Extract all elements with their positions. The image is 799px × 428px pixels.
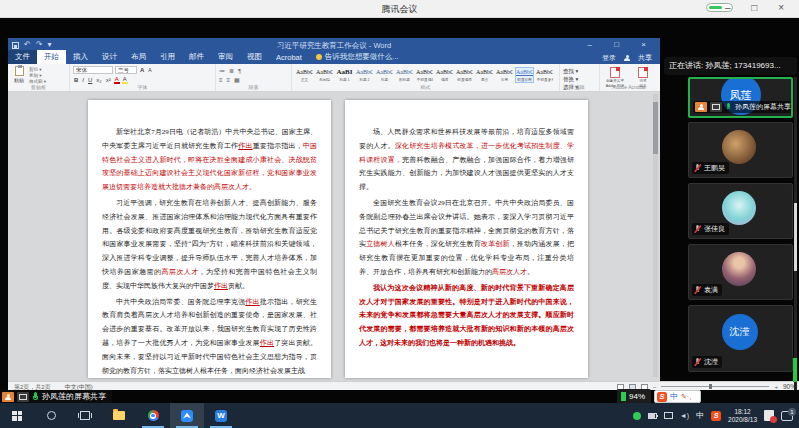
action-center-icon[interactable]: 1 [781,411,793,421]
style-明显引用[interactable]: AaBbCcD明显引用 [515,67,534,83]
qat-chevron-down-icon[interactable]: ▾ [47,40,51,50]
tab-引用[interactable]: 引用 [153,50,182,64]
style-不明显参考[interactable]: AaBbCcDc不明显参考 [535,67,554,83]
start-button[interactable] [0,403,34,428]
tencent-meeting-button[interactable] [170,403,204,428]
mic-on-icon [32,392,39,402]
style-引用[interactable]: AaBbCcD引用 [495,67,514,83]
quick-access-toolbar[interactable]: ↶ ↷ ▾ [12,40,51,50]
wps-button[interactable]: W [204,403,238,428]
document-canvas[interactable]: 新华社北京7月29日电（记者胡浩）中共中央总书记、国家主席、中央军委主席习近平近… [8,92,660,381]
style-sample: AaBbC [356,68,373,77]
tray-ime-indicator[interactable]: 中 [696,410,704,421]
tell-me-box[interactable]: 告诉我您想要做什么... [309,50,406,64]
font-button-2[interactable]: U [87,77,93,83]
meeting-window-controls[interactable]: – □ × [725,2,793,13]
paragraph-button-2[interactable]: ¶ [238,68,241,74]
font-name-select[interactable]: 宋体 [73,66,113,74]
participant-tile-张佳良[interactable]: 张佳良 [688,183,793,239]
shrink-font-button[interactable]: A [147,67,152,73]
font-button-4[interactable]: x² [105,77,112,83]
task-view-button[interactable] [68,403,102,428]
tab-Acrobat[interactable]: Acrobat [269,51,309,64]
document-page-2[interactable]: 场、人民群众需求和世界科技发展等最前沿，培育适应多领域需要的人才。深化研究生培养… [345,100,588,378]
participant-tile-王鹏昊[interactable]: 王鹏昊 [688,122,793,178]
paragraph-button-0[interactable]: ≔ [219,68,225,74]
editing-查找[interactable]: 查找 ▾ [563,68,596,75]
pdf-icon [610,67,620,78]
tray-sogou-icon[interactable]: S [711,411,721,421]
ime-mode-indicator[interactable]: 中 [670,391,678,402]
style-标题[interactable]: AaBbC标题 [375,67,394,83]
tab-设计[interactable]: 设计 [95,50,124,64]
font-button-6[interactable]: A [122,76,128,84]
font-button-3[interactable]: x₂ [95,77,102,83]
scrollbar-thumb[interactable] [653,102,658,154]
save-icon[interactable] [12,42,19,49]
alignment-button-0[interactable]: ≡ [219,77,223,83]
tray-volume-icon[interactable]: ◄) [680,412,689,419]
share-button[interactable]: 共享 [638,53,652,63]
tab-邮件[interactable]: 邮件 [182,50,211,64]
tab-视图[interactable]: 视图 [240,50,269,64]
zoom-slider[interactable] [661,386,769,387]
search-button[interactable] [34,403,68,428]
style-sample: AaBbCcDc [536,68,553,77]
font-button-1[interactable]: I [81,77,85,83]
sogou-logo-icon[interactable]: S [657,392,667,402]
clipboard-剪切[interactable]: 剪切 ▾ [29,67,46,72]
document-page-1[interactable]: 新华社北京7月29日电（记者胡浩）中共中央总书记、国家主席、中央军委主席习近平近… [88,100,331,378]
font-size-select[interactable]: 三号 [115,66,137,74]
document-scrollbar[interactable] [653,94,658,377]
style-要点[interactable]: AaBbCcD要点 [475,67,494,83]
sidebar-scrollbar[interactable] [794,77,797,390]
font-button-5[interactable]: A [114,76,120,84]
alignment-button-2[interactable]: ▦ [234,77,240,83]
tab-布局[interactable]: 布局 [124,50,153,64]
style-强调[interactable]: AaBbCcD强调 [435,67,454,83]
editing-替换[interactable]: 替换 ▾ [563,76,596,83]
style-标题 2[interactable]: AaBbC标题 2 [355,67,374,83]
chrome-button[interactable] [136,403,170,428]
alignment-button-1[interactable]: ≡ [227,77,231,83]
style-正文[interactable]: AaBbCcD正文 [295,67,314,83]
tab-文件[interactable]: 文件 [8,50,37,64]
participant-tile-袁满[interactable]: 袁满 [688,244,793,300]
paste-button[interactable]: 粘贴 [11,66,27,83]
tray-app-icon[interactable] [633,412,641,420]
zoom-out-button[interactable]: − [653,384,657,390]
participant-tile-孙凤莲的屏幕共享[interactable]: 凤莲孙凤莲的屏幕共享 [688,77,793,118]
paragraph-button-1[interactable]: ≣ [229,68,234,74]
participant-tile-沈滢[interactable]: 沈滢沈滢 [688,305,793,372]
ime-pen-icon[interactable]: ✎·, [681,393,691,401]
undo-icon[interactable]: ↶ [24,40,31,50]
style-label: 不明显参考 [537,77,552,82]
style-无间隔[interactable]: AaBbCcD无间隔 [315,67,334,83]
text-run: 高层次人才 [161,268,198,276]
style-标题 1[interactable]: AaBI标题 1 [335,67,354,83]
minimize-maximize-close-icons[interactable]: – □ × [725,2,793,13]
style-副标题[interactable]: AaBbC副标题 [395,67,414,83]
sidebar-scrollbar-thumb[interactable] [794,203,797,271]
font-button-0[interactable]: B [73,77,79,83]
tray-battery-icon[interactable] [648,413,657,419]
zoom-in-button[interactable]: + [774,384,778,390]
style-明显强调[interactable]: AaBbCcD明显强调 [455,67,474,83]
tray-display-icon[interactable] [664,412,673,419]
grow-font-button[interactable]: A [139,67,145,73]
taskbar-clock[interactable]: 18:12 2020/8/13 [728,408,757,423]
redo-icon[interactable]: ↷ [36,40,43,50]
clipboard-复制[interactable]: 复制 ▾ [29,73,46,78]
tab-审阅[interactable]: 审阅 [211,50,240,64]
zoom-slider-thumb[interactable] [709,384,712,389]
screen: 腾讯会议 – □ × ↶ ↷ ▾ 习近平研究生教育工作会议 - Word – □… [0,0,799,428]
tab-插入[interactable]: 插入 [66,50,95,64]
sogou-input-bar[interactable]: S 中 ✎·, [654,390,701,403]
notification-icon[interactable] [764,410,774,421]
word-window-controls[interactable]: – □ × [588,40,656,49]
green-level-bar [793,358,797,382]
style-不明显强调[interactable]: AaBbCcD不明显强调 [415,67,434,83]
tab-开始[interactable]: 开始 [37,50,66,64]
sign-in-button[interactable]: 登录 [602,53,616,63]
file-explorer-button[interactable] [102,403,136,428]
